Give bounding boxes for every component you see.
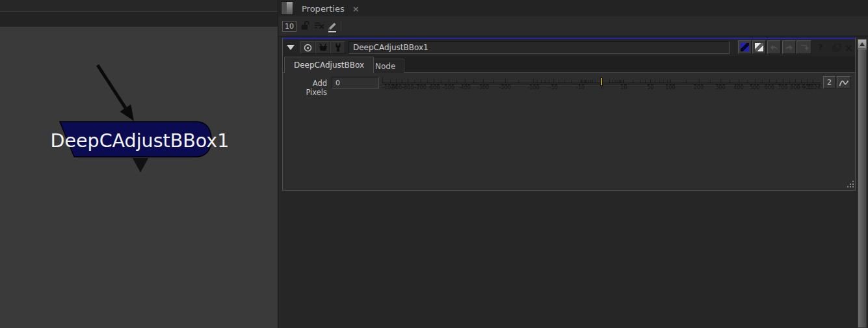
slider-major-tick bbox=[720, 79, 721, 83]
slider-tick-label: -400 bbox=[459, 85, 471, 90]
slider-minor-tick bbox=[588, 80, 589, 83]
undo-button[interactable] bbox=[767, 40, 781, 54]
node-graph-title-strip bbox=[0, 12, 278, 27]
slider-minor-tick bbox=[572, 80, 572, 83]
tab-node-label: Node bbox=[375, 62, 395, 71]
slider-tick-label: -900 bbox=[390, 85, 402, 90]
scrollbar-up-button[interactable] bbox=[858, 39, 867, 49]
slider-minor-tick bbox=[583, 80, 583, 83]
node-name-field[interactable] bbox=[349, 41, 730, 54]
redo-button[interactable] bbox=[782, 40, 796, 54]
node-panel-header: ? × bbox=[283, 39, 855, 56]
slider-major-tick bbox=[581, 79, 581, 83]
toolbar-separator bbox=[341, 21, 341, 31]
application-window: DeepCAdjustBBox1 Properties × bbox=[0, 0, 868, 328]
slider-tick-label: -50 bbox=[549, 85, 558, 90]
curve-editor-icon bbox=[839, 78, 849, 87]
node-panel-tabbar: DeepCAdjustBBox Node bbox=[283, 56, 855, 73]
tab-deepcadjustbbox[interactable]: DeepCAdjustBBox bbox=[284, 57, 374, 73]
slider-minor-tick bbox=[633, 80, 633, 83]
slider-handle[interactable] bbox=[600, 77, 603, 86]
pane-menu-icon-left bbox=[282, 2, 287, 14]
slider-minor-tick bbox=[645, 80, 646, 83]
panel-resize-grip[interactable] bbox=[846, 181, 854, 189]
add-pixels-label: Add Pixels bbox=[290, 79, 327, 97]
slider-major-tick bbox=[650, 79, 651, 83]
input-connector-arrowhead[interactable] bbox=[120, 104, 135, 121]
slider-tick-label: 1024 bbox=[808, 85, 821, 90]
output-connector-arrow[interactable] bbox=[133, 158, 148, 172]
float-panel-icon[interactable] bbox=[832, 43, 841, 52]
slider-minor-tick bbox=[640, 80, 640, 83]
slider-tick-label: -10 bbox=[576, 85, 585, 90]
wrench-icon bbox=[333, 42, 343, 53]
slider-minor-tick bbox=[545, 80, 546, 83]
slider-minor-tick bbox=[663, 80, 664, 83]
slider-minor-tick bbox=[762, 80, 763, 83]
add-pixels-input[interactable] bbox=[332, 77, 379, 89]
slider-major-tick bbox=[624, 79, 624, 83]
close-icon[interactable]: × bbox=[352, 4, 360, 14]
slider-tick-label: 10 bbox=[620, 85, 627, 90]
scrollbar-thumb[interactable] bbox=[858, 49, 867, 328]
add-pixels-slider[interactable]: -1024-900-800-700-600-500-400-300-200-10… bbox=[382, 75, 821, 91]
properties-toolbar bbox=[278, 16, 868, 36]
slider-tick-label: -600 bbox=[428, 85, 440, 90]
slider-tick-label: -700 bbox=[414, 85, 426, 90]
slider-minor-tick bbox=[456, 80, 457, 83]
slider-minor-tick bbox=[559, 80, 559, 83]
vertical-scrollbar[interactable] bbox=[858, 39, 867, 328]
slider-minor-tick bbox=[612, 80, 612, 83]
chevron-up-icon bbox=[860, 42, 865, 46]
slider-minor-tick bbox=[776, 80, 777, 83]
monitor-button[interactable] bbox=[315, 41, 330, 54]
help-button[interactable]: ? bbox=[818, 42, 823, 52]
pane-menu-icon[interactable] bbox=[281, 1, 293, 15]
slider-major-tick bbox=[755, 79, 756, 83]
tab-properties[interactable]: Properties × bbox=[295, 1, 366, 16]
slider-major-tick bbox=[533, 79, 534, 83]
clear-panels-icon[interactable] bbox=[314, 20, 324, 31]
wrench-button[interactable] bbox=[330, 41, 345, 54]
close-panel-icon[interactable]: × bbox=[845, 42, 853, 54]
input-connector-arrow[interactable] bbox=[98, 65, 125, 108]
slider-minor-tick bbox=[541, 80, 542, 83]
slider-minor-tick bbox=[710, 80, 711, 83]
slider-major-tick bbox=[449, 79, 449, 83]
lock-icon[interactable] bbox=[300, 20, 311, 31]
slider-minor-tick bbox=[590, 80, 591, 83]
slider-minor-tick bbox=[427, 80, 428, 83]
curve-editor-button[interactable] bbox=[837, 76, 850, 89]
slider-major-tick bbox=[670, 79, 671, 83]
slider-minor-tick bbox=[592, 80, 593, 83]
slider-minor-tick bbox=[537, 80, 538, 83]
slider-tick-label: -100 bbox=[527, 85, 539, 90]
revert-button[interactable] bbox=[796, 40, 811, 54]
multiplier-button[interactable]: 2 bbox=[823, 76, 835, 89]
slider-minor-tick bbox=[789, 80, 790, 83]
revert-icon bbox=[799, 43, 809, 52]
node-graph-canvas[interactable]: DeepCAdjustBBox1 bbox=[0, 27, 278, 328]
gl-color-swatch-button[interactable] bbox=[752, 40, 766, 54]
slider-major-tick bbox=[465, 79, 466, 83]
slider-minor-tick bbox=[618, 80, 618, 83]
node-color-swatch bbox=[741, 43, 749, 51]
edit-pencil-icon[interactable] bbox=[326, 20, 338, 33]
slider-tick-label: 100 bbox=[665, 85, 675, 90]
slider-major-tick bbox=[396, 79, 397, 83]
slider-minor-tick bbox=[813, 80, 813, 83]
slider-tick-label: 500 bbox=[750, 85, 759, 90]
slider-major-tick bbox=[421, 79, 421, 83]
max-panels-input[interactable] bbox=[282, 21, 296, 32]
collapse-panel-button[interactable] bbox=[285, 42, 296, 53]
slider-major-tick bbox=[699, 79, 700, 83]
slider-major-tick bbox=[408, 79, 408, 83]
slider-minor-tick bbox=[747, 80, 748, 83]
slider-major-tick bbox=[783, 79, 783, 83]
node-color-swatch-button[interactable] bbox=[738, 40, 752, 54]
center-node-button[interactable] bbox=[300, 41, 315, 54]
slider-minor-tick bbox=[390, 80, 391, 83]
slider-minor-tick bbox=[564, 80, 565, 83]
slider-minor-tick bbox=[584, 80, 585, 83]
slider-major-tick bbox=[769, 79, 770, 83]
